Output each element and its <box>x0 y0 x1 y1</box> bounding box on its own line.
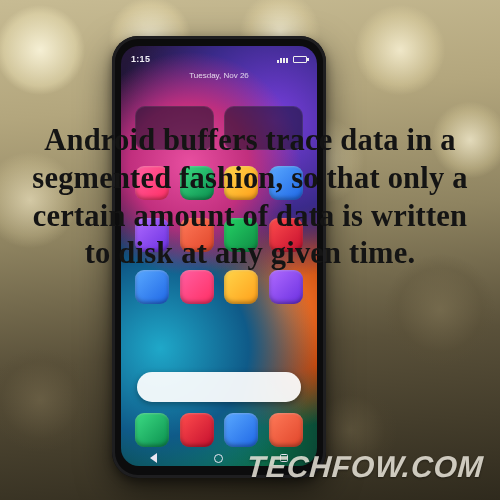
status-indicators <box>277 55 307 63</box>
status-date: Tuesday, Nov 26 <box>121 72 317 80</box>
dock-icon <box>180 413 214 447</box>
search-pill <box>137 372 301 402</box>
dock-row <box>135 410 303 450</box>
dock-icon <box>224 413 258 447</box>
status-time: 1:15 <box>131 55 150 64</box>
dock-icon <box>269 413 303 447</box>
app-row <box>135 270 303 312</box>
overlay-quote-text: Android buffers trace data in a segmente… <box>32 122 468 273</box>
app-icon <box>224 270 258 304</box>
status-bar: 1:15 <box>121 51 317 67</box>
promo-image: 1:15 Tuesday, Nov 26 <box>0 0 500 500</box>
signal-icon <box>277 55 289 63</box>
home-icon <box>214 454 223 463</box>
dock-icon <box>135 413 169 447</box>
back-icon <box>150 453 157 463</box>
app-icon <box>135 270 169 304</box>
app-icon <box>180 270 214 304</box>
watermark-text: TECHFOW.COM <box>246 450 485 484</box>
app-icon <box>269 270 303 304</box>
battery-icon <box>293 56 307 63</box>
